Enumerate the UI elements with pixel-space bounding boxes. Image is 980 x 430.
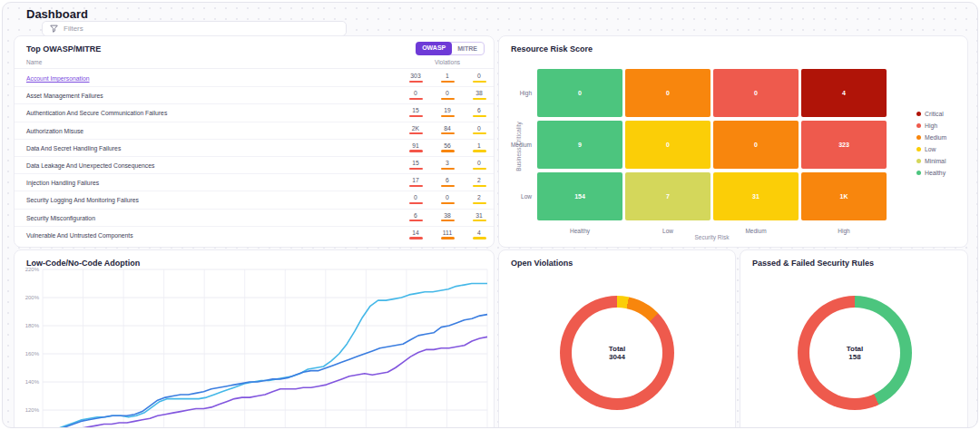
table-row: Data And Secret Handling Failures91561 [15,140,494,157]
heatmap-column-label: Medium [713,228,799,234]
severity-bar [473,220,486,221]
heatmap-cell[interactable]: 0 [537,69,622,117]
violations-panel-title: Open Violations [511,259,573,268]
violation-count: 84 [438,125,456,135]
row-name: Data And Secret Handling Failures [26,145,121,151]
owasp-mitre-panel: Top OWASP/MITRE OWASP MITRE Name Violati… [14,35,495,248]
severity-bar [441,132,455,134]
heatmap-column-label: High [801,228,887,234]
legend-label: Low [925,146,936,152]
table-row: Data Leakage And Unexpected Consequences… [15,157,494,174]
toggle-mitre-button[interactable]: MITRE [450,42,485,55]
heatmap-cell[interactable]: 154 [537,172,622,220]
open-violations-donut-center: Total 3044 [572,308,662,398]
severity-bar [473,132,486,134]
legend-item[interactable]: Critical [916,111,946,117]
violation-count: 6 [470,107,488,117]
series-light-blue [43,284,487,429]
legend-item[interactable]: Healthy [916,170,946,176]
legend-dot [916,147,921,151]
legend-item[interactable]: Minimal [916,158,946,164]
heatmap-cell[interactable]: 0 [713,121,799,169]
heatmap-cell[interactable]: 4 [801,69,887,117]
risk-panel-title: Resource Risk Score [511,44,593,54]
column-header-name: Name [26,59,42,65]
row-name: Authentication And Secure Communication … [26,110,167,116]
violation-count: 0 [407,90,425,100]
legend-item[interactable]: Low [916,146,946,152]
severity-bar [441,237,455,239]
table-row: Authentication And Secure Communication … [15,104,494,122]
severity-bar [441,168,455,170]
severity-bar [409,98,423,100]
series-blue [43,315,487,428]
owasp-mitre-toggle: OWASP MITRE [416,42,485,55]
violation-count: 15 [407,160,425,170]
heatmap-cell[interactable]: 1K [801,172,887,220]
donut-center-label: Total [609,345,626,353]
severity-bar [441,185,455,187]
severity-bar [441,150,455,151]
toggle-owasp-button[interactable]: OWASP [416,42,452,55]
heatmap-cell[interactable]: 0 [713,69,799,117]
violation-count: 0 [407,194,425,204]
violation-count: 2K [407,125,425,135]
filters-input[interactable]: Filters [42,21,347,36]
legend-dot [916,171,921,175]
table-row: Security Misconfiguration63831 [15,210,494,227]
violation-count: 2 [470,194,488,204]
table-row: Injection Handling Failures1762 [15,174,494,191]
open-violations-donut: Total 3044 [560,296,674,410]
severity-bar [473,81,486,83]
heatmap-cell[interactable]: 9 [537,121,622,169]
legend-dot [916,112,921,116]
violation-count: 17 [407,177,425,187]
violation-count: 0 [438,90,456,100]
donut-center-value: 3044 [609,353,625,361]
rules-panel-title: Passed & Failed Security Rules [752,259,874,268]
violation-count: 1 [470,142,488,152]
row-name-link[interactable]: Account Impersonation [26,75,90,82]
violation-count: 0 [470,160,488,170]
column-header-violations: Violations [411,59,484,65]
severity-bar [473,115,486,117]
heatmap-cell[interactable]: 31 [713,172,799,220]
heatmap-row-label: High [501,90,532,96]
open-violations-panel: Open Violations Total 3044 [498,249,736,428]
violation-count: 3 [438,160,456,170]
legend-dot [916,135,921,140]
passed-failed-rules-panel: Passed & Failed Security Rules Total 158 [740,249,968,428]
y-axis-tick: 120% [25,407,40,413]
table-row: Account Impersonation30310 [15,70,494,87]
severity-bar [409,115,423,117]
violation-count: 4 [470,230,488,239]
severity-bar [409,132,423,134]
legend-label: Minimal [925,158,946,164]
legend-item[interactable]: High [916,122,946,129]
severity-bar [409,81,423,83]
owasp-panel-title: Top OWASP/MITRE [26,44,101,54]
severity-bar [473,202,486,204]
legend-label: High [925,122,937,129]
row-name: Security Misconfiguration [26,215,95,221]
series-purple [43,337,487,428]
page-title: Dashboard [26,7,88,21]
passed-failed-donut-center: Total 158 [809,308,900,398]
heatmap-cell[interactable]: 0 [625,69,710,117]
y-axis-tick: 220% [25,267,40,272]
table-row: Authorization Misuse2K840 [15,122,494,140]
table-row: Asset Management Failures0038 [15,87,494,104]
row-name: Authorization Misuse [26,128,83,134]
heatmap-cell[interactable]: 0 [625,121,710,169]
table-row: Vulnerable And Untrusted Components14111… [15,227,494,244]
violation-count: 6 [407,212,425,222]
heatmap-cell[interactable]: 7 [625,172,710,220]
dashboard-frame: Dashboard Filters Top OWASP/MITRE OWASP … [2,2,978,428]
legend-dot [916,123,921,128]
table-row: Security Logging And Monitoring Failures… [15,191,494,209]
legend-item[interactable]: Medium [916,134,946,141]
heatmap-cell[interactable]: 323 [801,121,887,169]
violation-count: 6 [438,177,456,187]
heatmap-column-label: Healthy [537,228,622,234]
severity-bar [441,81,455,83]
